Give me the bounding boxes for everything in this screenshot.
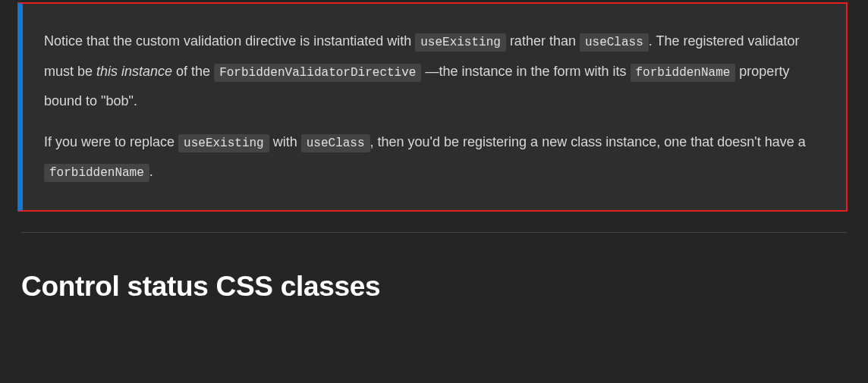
callout-paragraph-2: If you were to replace useExisting with … xyxy=(44,127,825,187)
code-useclass: useClass xyxy=(580,33,649,52)
doc-content: Notice that the custom validation direct… xyxy=(3,3,865,303)
code-useclass: useClass xyxy=(301,134,370,152)
section-divider xyxy=(21,232,847,233)
code-forbiddenname: forbiddenName xyxy=(631,64,736,82)
text: of the xyxy=(172,64,214,79)
note-callout: Notice that the custom validation direct… xyxy=(18,3,847,211)
text: Notice that the custom validation direct… xyxy=(44,33,415,49)
text: . xyxy=(149,164,153,179)
section-heading: Control status CSS classes xyxy=(21,271,847,303)
text: , then you'd be registering a new class … xyxy=(370,134,806,149)
text: —the instance in the form with its xyxy=(421,64,630,79)
code-useexisting: useExisting xyxy=(178,134,269,152)
emphasis-this-instance: this instance xyxy=(96,64,172,79)
callout-paragraph-1: Notice that the custom validation direct… xyxy=(44,27,825,117)
text: If you were to replace xyxy=(44,134,178,149)
code-useexisting: useExisting xyxy=(415,33,506,52)
code-forbiddenvalidatordirective: ForbiddenValidatorDirective xyxy=(214,64,421,82)
text: with xyxy=(269,134,301,149)
text: rather than xyxy=(506,33,580,49)
code-forbiddenname: forbiddenName xyxy=(44,164,149,182)
